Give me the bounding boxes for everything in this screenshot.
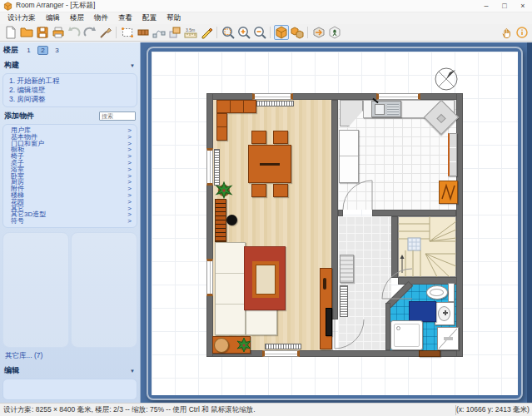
category-other-3d[interactable]: 其它3D造型> [11,211,132,218]
wall-living-divider[interactable] [331,100,338,319]
step-edit-walls[interactable]: 2. 编辑墙壁 [9,86,131,95]
category-garden[interactable]: 花园> [11,199,132,206]
potted-plant[interactable] [215,181,233,200]
radiator-left[interactable] [214,149,220,186]
close-button[interactable]: × [514,0,532,12]
window-bottom[interactable] [262,350,300,357]
dining-chair[interactable] [251,184,266,197]
toilet-tank[interactable] [448,283,455,302]
paint-brush-icon[interactable] [98,25,113,40]
category-symbols[interactable]: 符号> [11,218,132,225]
menu-view[interactable]: 查看 [113,13,137,23]
minimize-button[interactable]: – [477,0,495,12]
draw-pencil-icon[interactable] [199,25,214,40]
front-door[interactable] [419,350,440,357]
category-doors-windows[interactable]: 门口和窗户> [11,141,132,147]
category-cabinets[interactable]: 橱柜> [11,146,132,153]
clone-stamp-icon[interactable] [167,25,182,40]
dining-chair[interactable] [273,131,288,144]
zoom-region-icon[interactable] [221,25,236,40]
kitchen-door[interactable] [342,180,374,211]
save-icon[interactable] [35,25,50,40]
menu-project[interactable]: 设计方案 [2,13,41,23]
print-icon[interactable] [51,25,66,40]
round-side-table[interactable] [214,338,229,353]
maximize-button[interactable]: □ [495,0,514,12]
toilet-bowl[interactable] [426,285,448,300]
objects-3d-icon[interactable] [290,25,305,40]
other-libraries-link[interactable]: 其它库... (7) [0,349,140,363]
wall-kitchen-bottom-right[interactable] [372,210,456,216]
bathroom-sink[interactable] [435,302,455,325]
coffee-table[interactable] [252,261,279,298]
menu-floor[interactable]: 楼层 [65,13,89,23]
menu-help[interactable]: 帮助 [162,13,186,23]
wall-top[interactable] [206,93,463,100]
window-top-1[interactable] [252,93,293,100]
edit-points-icon[interactable] [152,25,167,40]
sofa-long-arm[interactable] [215,242,246,335]
kitchen-tall-cabinet[interactable] [339,130,359,183]
menu-object[interactable]: 物件 [89,13,113,23]
living-room-door[interactable] [334,319,365,350]
wall-right[interactable] [456,93,463,357]
zoom-out-icon[interactable] [252,25,267,40]
new-document-icon[interactable] [3,25,18,40]
floor-pouf[interactable] [226,215,237,225]
plan-canvas[interactable] [141,42,532,403]
radiator-top[interactable] [256,101,294,106]
kitchen-wall-cabinets[interactable] [448,133,457,176]
step-adjust-rooms[interactable]: 3. 房间调整 [9,95,131,104]
menu-edit[interactable]: 编辑 [41,13,65,23]
search-input[interactable] [99,111,136,121]
collapse-icon[interactable]: ▼ [130,63,135,68]
step-new-project[interactable]: 1. 开始新的工程 [9,77,131,86]
potted-plant[interactable] [236,337,252,354]
floor-plan[interactable] [206,93,463,357]
shower-tray[interactable] [390,320,423,350]
sideboard-horizontal[interactable] [216,100,256,113]
floor-button-3[interactable]: 3 [52,46,62,55]
tv-screen[interactable] [326,308,332,336]
radiator-hallway[interactable] [340,285,348,317]
bookshelf[interactable] [215,199,226,242]
category-stairs[interactable]: 楼梯> [11,192,132,199]
floor-button-2[interactable]: 2 [37,46,48,55]
select-region-icon[interactable] [120,25,135,40]
washing-machine[interactable] [437,327,459,350]
dining-chair[interactable] [251,131,266,144]
category-bedroom[interactable]: 卧室> [11,173,132,180]
walk-3d-icon[interactable] [327,25,342,40]
hallway-shelf[interactable] [340,255,354,283]
category-chairs[interactable]: 椅子> [11,153,132,160]
sideboard-vertical[interactable] [216,113,227,141]
window-top-2[interactable] [376,93,420,100]
pointer-hand-icon[interactable] [499,25,514,40]
bathroom-door[interactable] [381,268,414,300]
scene-3d-icon[interactable] [311,25,326,40]
floor-button-1[interactable]: 1 [23,46,34,55]
undo-icon[interactable] [67,25,82,40]
category-accessories[interactable]: 附件> [11,186,132,192]
wall-left[interactable] [206,93,213,357]
zoom-in-icon[interactable] [236,25,251,40]
redo-icon[interactable] [82,25,97,40]
collapse-icon[interactable]: ▼ [130,369,135,374]
wall-tool-icon[interactable] [136,25,151,40]
info-icon[interactable] [515,25,530,40]
menu-options[interactable]: 配置 [137,13,162,23]
bath-mat[interactable] [409,301,436,322]
kitchen-sink[interactable] [371,101,401,117]
sofa-chaise[interactable] [246,307,277,335]
window-left-2[interactable] [206,259,213,296]
window-left-1[interactable] [206,148,213,186]
category-kitchen[interactable]: 厨房> [11,179,132,186]
measure-icon[interactable]: 3.5m [183,25,198,40]
category-tables[interactable]: 桌子> [11,160,132,166]
drawing-page[interactable] [152,52,518,395]
kitchen-stove[interactable] [439,181,458,204]
view-3d-icon[interactable] [274,25,289,40]
radiator-bottom[interactable] [265,344,301,349]
dining-chair[interactable] [273,184,288,197]
open-folder-icon[interactable] [19,25,34,40]
